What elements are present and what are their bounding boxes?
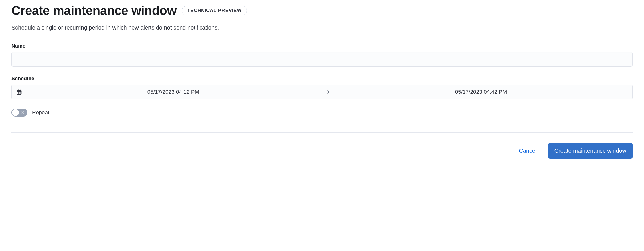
svg-point-6 [20,92,20,93]
page-subtitle: Schedule a single or recurring period in… [11,25,633,31]
repeat-label: Repeat [32,109,49,116]
schedule-range-picker[interactable]: 05/17/2023 04:12 PM 05/17/2023 04:42 PM [11,85,633,99]
cancel-button[interactable]: Cancel [517,145,539,157]
technical-preview-badge: TECHNICAL PREVIEW [182,6,247,15]
name-label: Name [11,43,633,49]
repeat-toggle[interactable] [11,109,27,117]
schedule-label: Schedule [11,76,633,82]
arrow-right-icon [325,89,330,95]
name-input[interactable] [11,52,633,67]
schedule-end-value: 05/17/2023 04:42 PM [334,89,628,95]
close-icon [21,111,25,114]
calendar-icon [16,89,22,95]
svg-point-4 [18,92,18,93]
toggle-thumb [12,109,19,116]
schedule-start-value: 05/17/2023 04:12 PM [27,89,320,95]
page-title: Create maintenance window [11,3,177,18]
svg-point-8 [19,93,19,94]
svg-point-9 [20,93,20,94]
svg-point-7 [18,93,18,94]
divider [11,132,633,133]
svg-point-5 [19,92,19,93]
create-maintenance-window-button[interactable]: Create maintenance window [548,143,633,159]
